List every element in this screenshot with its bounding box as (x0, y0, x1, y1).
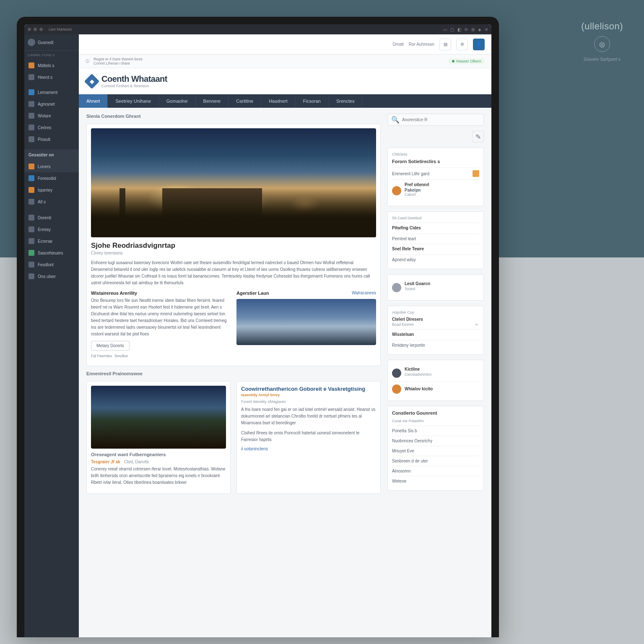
widget-row[interactable]: Pref oitennrl Pakeipn Caborl (392, 179, 479, 202)
os-icon[interactable]: ◧ (457, 27, 461, 32)
sidebar-item[interactable]: Dorenti (24, 212, 79, 223)
card-title: Coowirrethanthericon Goboreit e Vaskretg… (241, 386, 376, 392)
widget: Constlerto Gounrent Curat me Pstarehn Po… (387, 406, 484, 491)
topbar-link[interactable]: Rar Auhresan (409, 42, 434, 47)
os-icon[interactable]: ▭ (443, 27, 447, 32)
list-item[interactable]: Nuobnnces Oersrichy (392, 436, 479, 446)
card-link[interactable]: ii uotaninctens (241, 447, 376, 451)
sidebar-item[interactable]: Mditels s (24, 60, 79, 71)
action-icon[interactable]: ✎ (472, 131, 484, 143)
sidebar-item[interactable]: Agnranet (24, 98, 79, 110)
doc-icon (29, 113, 34, 119)
folder-icon (29, 62, 34, 68)
widget-head: Cteleri Diresers (392, 317, 423, 322)
os-icon[interactable]: ▢ (450, 27, 454, 32)
item-icon (29, 262, 34, 267)
sidebar-item[interactable]: Enresy (24, 223, 79, 235)
alert-pill[interactable]: Maseer Olbern (449, 58, 485, 64)
item-icon (29, 250, 34, 256)
settings-icon[interactable]: ⚙ (456, 39, 468, 50)
list-item[interactable]: Snel Rele Tewre (392, 244, 479, 254)
alert-bar: ⓘ Regist er il Dare thanert leres Conret… (79, 55, 491, 68)
avatar-icon (392, 384, 401, 394)
navtab[interactable]: Srenctes (329, 94, 362, 108)
alert-text: Regist er il Dare thanert leres (93, 57, 143, 61)
list-item[interactable]: Senbreen d de uter (392, 456, 479, 466)
card-sub: Foreirt Werelity ziblagiaren (241, 400, 376, 404)
widget-row[interactable]: Lesit Goarcn Tootrd (392, 279, 479, 296)
navtab[interactable]: Gomaolne (159, 94, 196, 108)
widget: Anpober Coy Cteleri Diresers Boad Eevrin… (387, 306, 484, 355)
item-accent: Tesgraier Jf ak (91, 460, 120, 464)
exterior-sub: Gravern Sarfgoert s (581, 57, 623, 62)
item-icon (29, 238, 34, 244)
os-titlebar: Lien Marteant ▭ ▢ ◧ ⟳ ⊞ ◈ ✕ (24, 24, 491, 34)
sidebar-item[interactable]: Heerd s (24, 71, 79, 83)
list-item[interactable]: Apnerd wilsy (392, 254, 479, 265)
user-icon (29, 89, 34, 95)
navtab[interactable]: Ficsoran (296, 94, 329, 108)
sidebar-item[interactable]: Ons ulser (24, 270, 79, 282)
sidebar-item[interactable]: Lemament (24, 86, 79, 98)
navtab[interactable]: Seetriey Unihane (108, 94, 158, 108)
sidebar-item[interactable]: Sascehieuers (24, 247, 79, 259)
list-item[interactable]: Mriuyet Eve (392, 446, 479, 456)
search-field[interactable]: 🔍 (387, 114, 484, 126)
tag[interactable]: Fal Feernlex (91, 354, 112, 358)
widget: Chticless Fororn Sotietireclirs s Enrner… (387, 148, 484, 206)
sidebar-item[interactable]: Fesdlonl (24, 259, 79, 270)
widget-row[interactable]: Enrnerent Lithr gard (392, 167, 479, 179)
search-icon: 🔍 (391, 116, 400, 124)
list-item[interactable]: Ponetta Sis b (392, 426, 479, 436)
widget-row[interactable]: Whialov kicito (392, 382, 479, 396)
list-item[interactable]: Pitwfing Cides (392, 223, 479, 233)
exterior-ring-icon: ◎ (594, 36, 610, 52)
os-icon[interactable]: ⊞ (471, 27, 475, 32)
read-more-button[interactable]: Metary Dorerls (91, 341, 130, 351)
chevron-down-icon[interactable]: ⌄ (474, 319, 479, 327)
topbar-link[interactable]: Dmatt (392, 42, 404, 47)
profile-name: Gusnedi (38, 40, 53, 45)
profile-avatar[interactable] (28, 39, 35, 46)
widget-title: Fororn Sotietireclirs s (392, 159, 479, 164)
tag[interactable]: Smollun (114, 354, 128, 358)
list-item[interactable]: Weteoe (392, 476, 479, 486)
widget-row[interactable]: Kictline Ciecstadsrentcn (392, 364, 479, 382)
list-item[interactable]: Rmideny Ierportin (392, 340, 479, 350)
sidebar-group: Gesastier on (24, 149, 79, 161)
user-icon[interactable]: 👤 (473, 39, 485, 50)
sidebar-item[interactable]: All s (24, 196, 79, 208)
col-title: Agerstier Laun (236, 291, 269, 296)
list-item[interactable]: Alnosomn (392, 466, 479, 476)
image-card: Oreseagent want Futberngeanters Tesgraie… (86, 381, 231, 494)
col-title: Wistairereus Arerility (91, 291, 231, 296)
sidebar-item[interactable]: Foresoitid (24, 172, 79, 184)
list-item[interactable]: Wisstelsan (392, 329, 479, 339)
navtab[interactable]: Ahnert (79, 94, 108, 108)
card-sub: Iasentidy Arntyl brrey (241, 393, 376, 397)
search-input[interactable] (402, 117, 480, 122)
navtab[interactable]: Hasdnert (261, 94, 296, 108)
inline-image (91, 386, 226, 449)
sidebar-item[interactable]: Cerires (24, 122, 79, 133)
os-icon[interactable]: ◈ (478, 27, 481, 32)
doc-icon (29, 136, 34, 142)
sidebar-item[interactable]: Wolare (24, 110, 79, 122)
sidebar-item[interactable]: Piosuti (24, 133, 79, 145)
navtab[interactable]: Carittine (229, 94, 261, 108)
os-icon[interactable]: ✕ (485, 27, 488, 32)
sidebar-item[interactable]: Isperiey (24, 184, 79, 196)
section-head: Enneniresil Prainomswoe (86, 371, 381, 376)
navtab[interactable]: Bennere (196, 94, 229, 108)
meta-link[interactable]: Walracanees (352, 291, 376, 297)
list-item[interactable]: Perntrel leart (392, 234, 479, 244)
navtabs: Ahnert Seetriey Unihane Gomaolne Bennere… (79, 94, 491, 108)
brand-title: Coenth Whataant (101, 74, 167, 84)
sidebar-item[interactable]: Ecrerae (24, 235, 79, 247)
note-icon[interactable]: ▤ (439, 39, 451, 50)
folder-icon (29, 74, 34, 80)
os-icon[interactable]: ⟳ (465, 27, 468, 32)
sidebar-item[interactable]: Loners (24, 161, 79, 172)
item-icon (29, 273, 34, 279)
card-head: Oreseagent want Futberngeanters (91, 452, 226, 457)
